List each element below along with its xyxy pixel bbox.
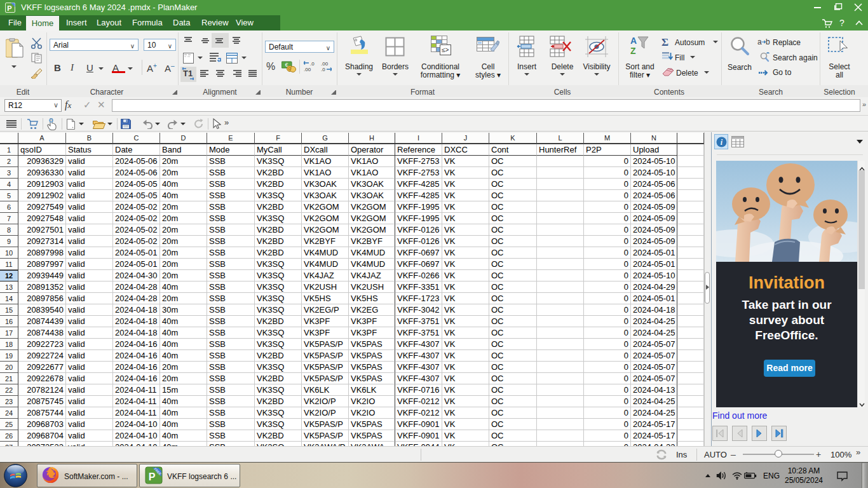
svg-text:≤>: ≤> — [442, 46, 449, 53]
svg-text:.00: .00 — [321, 61, 329, 67]
svg-text:Z: Z — [630, 46, 636, 56]
svg-text:A: A — [630, 36, 637, 46]
svg-text:.0: .0 — [310, 61, 315, 67]
svg-text:P: P — [7, 4, 11, 12]
svg-text:a: a — [757, 38, 762, 46]
svg-text:b: b — [766, 38, 770, 46]
svg-text:?: ? — [839, 18, 844, 28]
svg-text:P: P — [149, 471, 156, 482]
svg-text:.0: .0 — [321, 67, 325, 72]
svg-text:.00: .00 — [304, 67, 311, 72]
